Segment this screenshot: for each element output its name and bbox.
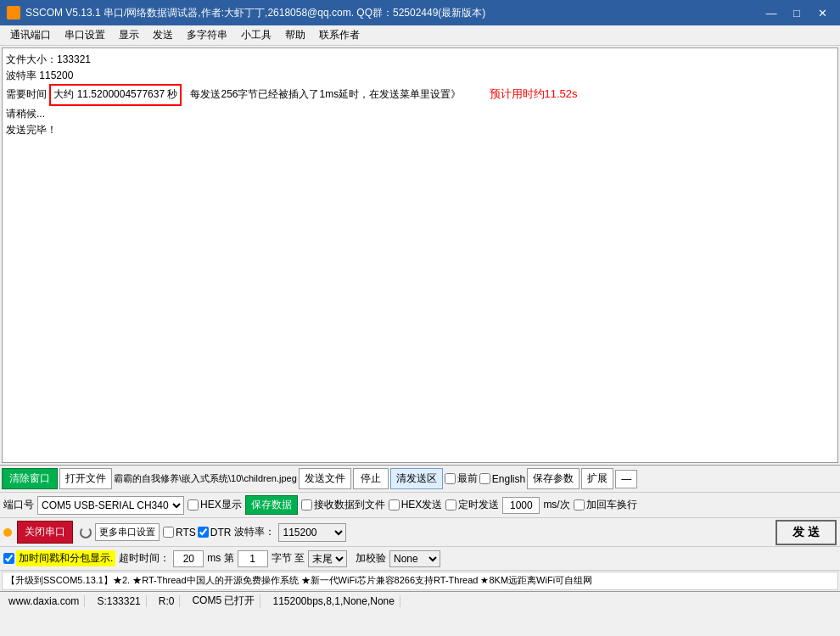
byte-unit: 字节 至 xyxy=(272,551,305,566)
send-file-button[interactable]: 发送文件 xyxy=(299,468,351,489)
auto-enter-checkbox[interactable] xyxy=(574,499,585,510)
titlebar: SSCOM V5.13.1 串口/网络数据调试器,作者:大虾丁丁,2618058… xyxy=(0,0,840,25)
menu-send[interactable]: 发送 xyxy=(146,26,180,44)
timed-send-label[interactable]: 定时发送 xyxy=(445,498,499,512)
save-params-button[interactable]: 保存参数 xyxy=(527,468,580,489)
baud-rate-line: 波特率 115200 xyxy=(6,68,834,84)
rts-checkbox[interactable] xyxy=(163,527,174,538)
interval-unit: ms/次 xyxy=(543,498,569,512)
timestamp-checkbox[interactable] xyxy=(3,553,14,564)
file-size-line: 文件大小：133321 xyxy=(6,52,834,68)
bottom-area: 清除窗口 打开文件 霸霸的自我修养\嵌入式系统\10\children.jpeg… xyxy=(0,465,840,590)
timeout-unit: ms 第 xyxy=(207,551,233,566)
clear-send-area-button[interactable]: 清发送区 xyxy=(390,468,443,489)
send-button[interactable]: 发 送 xyxy=(776,520,837,545)
more-settings-button[interactable]: 更多串口设置 xyxy=(95,523,160,541)
end-select[interactable]: 末尾 xyxy=(308,550,347,567)
menu-tools[interactable]: 小工具 xyxy=(234,26,278,44)
ad-row: 【升级到SSCOM5.13.1】★2. ★RT-Thread中国人的开源免费操作… xyxy=(2,572,838,590)
status-s-count: S:133321 xyxy=(92,595,146,607)
english-checkbox[interactable] xyxy=(479,473,490,484)
status-indicator xyxy=(3,528,12,537)
english-checkbox-label[interactable]: English xyxy=(479,473,525,485)
dtr-checkbox[interactable] xyxy=(198,527,209,538)
timeout-input[interactable] xyxy=(173,550,204,567)
hex-send-checkbox[interactable] xyxy=(389,499,400,510)
dtr-label[interactable]: DTR xyxy=(198,527,232,538)
app-icon xyxy=(7,6,20,20)
timestamp-label[interactable]: 加时间戳和分包显示. xyxy=(3,550,115,566)
toolbar-row1: 清除窗口 打开文件 霸霸的自我修养\嵌入式系统\10\children.jpeg… xyxy=(0,466,840,493)
hex-display-checkbox[interactable] xyxy=(188,499,199,510)
time-suffix: 每发送256字节已经被插入了1ms延时，在发送菜单里设置》 xyxy=(190,88,461,100)
baud-rate-select[interactable]: 115200 xyxy=(278,523,346,542)
time-estimate-line: 需要时间 大约 11.5200004577637 秒 每发送256字节已经被插入… xyxy=(6,84,834,105)
status-r-count: R:0 xyxy=(154,595,181,607)
hex-display-label[interactable]: HEX显示 xyxy=(188,498,242,512)
send-complete-line: 发送完毕！ xyxy=(6,122,834,138)
main-display-area: 文件大小：133321 波特率 115200 需要时间 大约 11.520000… xyxy=(2,47,838,463)
last-checkbox[interactable] xyxy=(445,473,456,484)
clear-window-button[interactable]: 清除窗口 xyxy=(2,468,58,489)
close-button[interactable]: ✕ xyxy=(811,4,833,21)
checksum-label: 加校验 xyxy=(356,551,386,566)
status-port: COM5 已打开 xyxy=(187,594,260,608)
menubar: 通讯端口 串口设置 显示 发送 多字符串 小工具 帮助 联系作者 xyxy=(0,25,840,46)
auto-enter-label[interactable]: 加回车换行 xyxy=(574,498,637,512)
timeout-label: 超时时间： xyxy=(119,551,170,566)
recv-to-file-checkbox[interactable] xyxy=(301,499,312,510)
statusbar: www.daxia.com S:133321 R:0 COM5 已打开 1152… xyxy=(0,591,840,610)
status-baud-info: 115200bps,8,1,None,None xyxy=(267,595,400,607)
menu-contact[interactable]: 联系作者 xyxy=(312,26,367,44)
please-wait-line: 请稍候... xyxy=(6,106,834,122)
port-select[interactable]: COM5 USB-SERIAL CH340 xyxy=(37,496,184,515)
menu-display[interactable]: 显示 xyxy=(112,26,146,44)
status-website: www.daxia.com xyxy=(3,595,85,607)
minimize-button[interactable]: — xyxy=(760,4,782,21)
menu-serial-settings[interactable]: 串口设置 xyxy=(58,26,112,44)
menu-comport[interactable]: 通讯端口 xyxy=(3,26,58,44)
toolbar-row2: 端口号 COM5 USB-SERIAL CH340 HEX显示 保存数据 接收数… xyxy=(0,493,840,518)
hex-send-label[interactable]: HEX发送 xyxy=(389,498,443,512)
minus-button[interactable]: — xyxy=(615,470,637,488)
expand-button[interactable]: 扩展 xyxy=(581,468,613,489)
titlebar-left: SSCOM V5.13.1 串口/网络数据调试器,作者:大虾丁丁,2618058… xyxy=(7,6,485,20)
time-prefix: 需要时间 xyxy=(6,88,47,100)
time-highlighted: 大约 11.5200004577637 秒 xyxy=(49,84,182,105)
stop-button[interactable]: 停止 xyxy=(353,468,389,489)
toolbar-row4: 加时间戳和分包显示. 超时时间： ms 第 字节 至 末尾 加校验 None xyxy=(0,547,840,571)
menu-multistring[interactable]: 多字符串 xyxy=(180,26,234,44)
file-path-display: 霸霸的自我修养\嵌入式系统\10\children.jpeg xyxy=(114,472,297,485)
toolbar-row3: 关闭串口 更多串口设置 RTS DTR 波特率： 115200 发 送 xyxy=(0,518,840,547)
refresh-icon[interactable] xyxy=(80,527,92,538)
save-data-button[interactable]: 保存数据 xyxy=(245,495,298,515)
ad-text: 【升级到SSCOM5.13.1】★2. ★RT-Thread中国人的开源免费操作… xyxy=(6,575,592,585)
content-block: 文件大小：133321 波特率 115200 需要时间 大约 11.520000… xyxy=(6,52,834,138)
baud-rate-label: 波特率： xyxy=(234,525,275,539)
titlebar-title: SSCOM V5.13.1 串口/网络数据调试器,作者:大虾丁丁,2618058… xyxy=(25,6,485,20)
port-label: 端口号 xyxy=(3,498,34,512)
timestamp-text: 加时间戳和分包显示. xyxy=(16,550,115,566)
estimated-time: 预计用时约11.52s xyxy=(490,87,578,100)
maximize-button[interactable]: □ xyxy=(786,4,808,21)
checksum-select[interactable]: None xyxy=(389,550,440,567)
timed-interval-input[interactable] xyxy=(502,497,540,514)
byte-value-input[interactable] xyxy=(238,550,268,567)
dtr-rts-area: RTS DTR xyxy=(163,527,231,538)
titlebar-controls: — □ ✕ xyxy=(760,4,833,21)
close-port-button[interactable]: 关闭串口 xyxy=(17,521,73,544)
rts-label[interactable]: RTS xyxy=(163,527,196,538)
open-file-button[interactable]: 打开文件 xyxy=(59,468,112,489)
menu-help[interactable]: 帮助 xyxy=(278,26,312,44)
timed-send-checkbox[interactable] xyxy=(445,499,456,510)
recv-to-file-label[interactable]: 接收数据到文件 xyxy=(301,498,385,512)
last-checkbox-label[interactable]: 最前 xyxy=(445,471,478,486)
